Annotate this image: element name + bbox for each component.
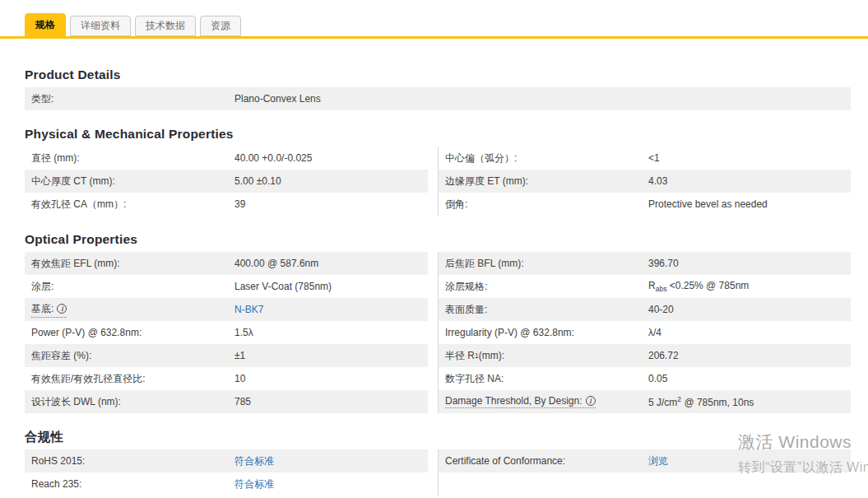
spec-cell: 倒角:Protective bevel as needed bbox=[438, 193, 851, 216]
spec-cell: 中心偏（弧分）:<1 bbox=[438, 147, 851, 170]
spec-cell: 类型:Plano-Convex Lens bbox=[25, 87, 851, 110]
spec-value: 40.00 +0.0/-0.025 bbox=[234, 152, 421, 164]
spec-label-text: 倒角: bbox=[445, 198, 467, 212]
spec-label-text: 后焦距 BFL (mm): bbox=[445, 257, 524, 271]
spec-value: Laser V-Coat (785nm) bbox=[234, 281, 421, 292]
section-compliance: 合规性RoHS 2015:符合标准Certificate of Conforma… bbox=[25, 430, 851, 496]
spec-label: Irregularity (P-V) @ 632.8nm: bbox=[445, 327, 648, 338]
spec-cell bbox=[438, 472, 851, 496]
spec-cell: 后焦距 BFL (mm):396.70 bbox=[438, 252, 851, 275]
spec-value: 396.70 bbox=[648, 258, 844, 269]
info-icon[interactable]: i bbox=[586, 396, 596, 406]
spec-label: 表面质量: bbox=[445, 303, 648, 317]
spec-cell: Irregularity (P-V) @ 632.8nm:λ/4 bbox=[438, 321, 851, 344]
spec-cell: Power (P-V) @ 632.8nm:1.5λ bbox=[25, 321, 438, 344]
spec-value: 5 J/cm2 @ 785nm, 10ns bbox=[648, 395, 844, 408]
tab-inactive[interactable]: 技术数据 bbox=[135, 16, 196, 36]
spec-label-text[interactable]: 基底:i bbox=[31, 302, 67, 318]
tab-inactive[interactable]: 详细资料 bbox=[70, 16, 131, 36]
spec-label-text: Reach 235: bbox=[31, 478, 81, 490]
spec-label: 后焦距 BFL (mm): bbox=[445, 257, 648, 271]
spec-value: Rabs <0.25% @ 785nm bbox=[648, 280, 844, 293]
spec-label: 有效焦距 EFL (mm): bbox=[31, 257, 234, 271]
spec-label: Damage Threshold, By Design:i bbox=[445, 395, 648, 408]
spec-value: 0.05 bbox=[648, 373, 844, 384]
section-title: Physical & Mechanical Properties bbox=[25, 127, 851, 141]
spec-label: RoHS 2015: bbox=[31, 455, 234, 467]
spec-label-text: 数字孔径 NA: bbox=[445, 372, 504, 386]
section-title: Optical Properties bbox=[25, 232, 851, 246]
spec-label-text: RoHS 2015: bbox=[31, 455, 85, 467]
spec-value: 40-20 bbox=[648, 304, 844, 315]
spec-label-text: 有效焦距/有效孔径直径比: bbox=[31, 372, 146, 386]
spec-row: 有效焦距/有效孔径直径比:10数字孔径 NA:0.05 bbox=[25, 367, 851, 390]
spec-label: 涂层: bbox=[31, 280, 234, 294]
spec-label-text: Irregularity (P-V) @ 632.8nm: bbox=[445, 327, 574, 338]
spec-label: Power (P-V) @ 632.8nm: bbox=[31, 327, 234, 338]
spec-label-text: 涂层: bbox=[31, 280, 53, 294]
spec-value: 785 bbox=[234, 396, 421, 407]
spec-cell: 有效孔径 CA（mm）:39 bbox=[25, 193, 438, 216]
spec-cell: 有效焦距 EFL (mm):400.00 @ 587.6nm bbox=[25, 252, 438, 275]
spec-value: ±1 bbox=[234, 350, 421, 361]
spec-label: 类型: bbox=[31, 92, 234, 106]
spec-label: 涂层规格: bbox=[445, 280, 648, 294]
spec-label: 直径 (mm): bbox=[31, 151, 234, 165]
spec-value: Protective bevel as needed bbox=[648, 198, 844, 210]
spec-cell: 涂层规格:Rabs <0.25% @ 785nm bbox=[438, 275, 851, 298]
section-optical-properties: Optical Properties有效焦距 EFL (mm):400.00 @… bbox=[25, 232, 851, 413]
spec-label: 有效焦距/有效孔径直径比: bbox=[31, 372, 234, 386]
spec-label: 有效孔径 CA（mm）: bbox=[31, 198, 234, 212]
spec-sections: Product Details类型:Plano-Convex LensPhysi… bbox=[25, 67, 851, 496]
spec-label: 中心偏（弧分）: bbox=[445, 151, 648, 165]
spec-value-link[interactable]: 符合标准 bbox=[234, 454, 421, 468]
tab-inactive[interactable]: 资源 bbox=[200, 16, 241, 36]
spec-cell: Certificate of Conformance:浏览 bbox=[438, 449, 851, 472]
spec-label-text: 有效焦距 EFL (mm): bbox=[31, 257, 120, 271]
spec-label: 数字孔径 NA: bbox=[445, 372, 648, 386]
spec-value-link[interactable]: 符合标准 bbox=[234, 477, 421, 491]
spec-row: 设计波长 DWL (nm):785Damage Threshold, By De… bbox=[25, 390, 851, 413]
spec-row: 有效孔径 CA（mm）:39倒角:Protective bevel as nee… bbox=[25, 193, 851, 216]
spec-label-text: 直径 (mm): bbox=[31, 151, 80, 165]
tab-active[interactable]: 规格 bbox=[25, 13, 66, 36]
info-icon[interactable]: i bbox=[57, 304, 67, 314]
spec-label-text: 类型: bbox=[31, 92, 53, 106]
spec-row: 基底:iN-BK7表面质量:40-20 bbox=[25, 298, 851, 321]
spec-cell: RoHS 2015:符合标准 bbox=[25, 449, 438, 472]
spec-value-link[interactable]: N-BK7 bbox=[234, 304, 421, 315]
section-title: 合规性 bbox=[25, 430, 851, 444]
spec-row: 类型:Plano-Convex Lens bbox=[25, 87, 851, 110]
spec-label: 半径 R1 (mm): bbox=[445, 349, 648, 363]
spec-value: 10 bbox=[234, 373, 421, 384]
spec-cell: 设计波长 DWL (nm):785 bbox=[25, 390, 438, 413]
spec-label-text: 设计波长 DWL (nm): bbox=[31, 395, 121, 409]
spec-value-link[interactable]: 浏览 bbox=[648, 454, 844, 468]
spec-label-text: 边缘厚度 ET (mm): bbox=[445, 175, 528, 188]
spec-value: 400.00 @ 587.6nm bbox=[234, 258, 421, 269]
spec-value: 5.00 ±0.10 bbox=[234, 175, 421, 187]
spec-label-text: 中心偏（弧分）: bbox=[445, 151, 517, 165]
spec-label: 边缘厚度 ET (mm): bbox=[445, 175, 648, 188]
tab-bar: 规格详细资料技术数据资源 bbox=[25, 13, 868, 36]
section-product-details: Product Details类型:Plano-Convex Lens bbox=[25, 67, 851, 110]
spec-value: 4.03 bbox=[648, 175, 844, 187]
spec-label-text[interactable]: Damage Threshold, By Design:i bbox=[445, 395, 596, 408]
spec-label-text: 半径 R1 (mm): bbox=[445, 349, 504, 363]
spec-value: 39 bbox=[234, 198, 421, 210]
spec-label-text: Certificate of Conformance: bbox=[445, 455, 565, 467]
spec-label: 焦距容差 (%): bbox=[31, 349, 234, 363]
spec-row: 中心厚度 CT (mm):5.00 ±0.10边缘厚度 ET (mm):4.03 bbox=[25, 170, 851, 193]
spec-cell: 数字孔径 NA:0.05 bbox=[438, 367, 851, 390]
section-title: Product Details bbox=[25, 67, 851, 81]
tab-strip: 规格详细资料技术数据资源 bbox=[0, 0, 868, 39]
spec-label: 设计波长 DWL (nm): bbox=[31, 395, 234, 409]
spec-cell: 基底:iN-BK7 bbox=[25, 298, 438, 321]
spec-value: <1 bbox=[648, 152, 844, 164]
spec-cell: 有效焦距/有效孔径直径比:10 bbox=[25, 367, 438, 390]
spec-row: Reach 235:符合标准 bbox=[25, 472, 851, 496]
spec-label: Reach 235: bbox=[31, 478, 234, 490]
spec-cell: 表面质量:40-20 bbox=[438, 298, 851, 321]
spec-value: 206.72 bbox=[648, 350, 844, 361]
spec-label-text: 焦距容差 (%): bbox=[31, 349, 91, 363]
